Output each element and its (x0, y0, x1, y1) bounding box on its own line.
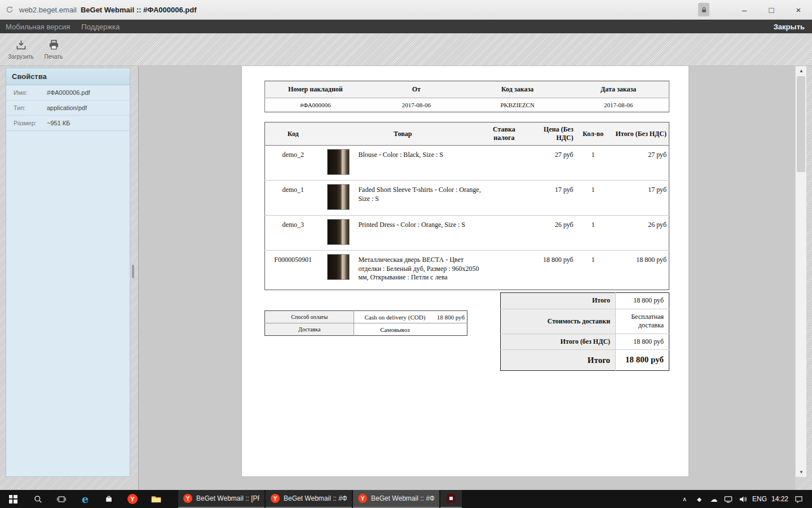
property-value: #ФА000006.pdf (47, 89, 90, 96)
tray-diamond-icon[interactable]: ◆ (692, 490, 707, 508)
system-tray: ∧ ◆ ☁ ENG 14:22 (677, 490, 812, 508)
misc-app-icon (447, 494, 456, 503)
meta-value-invoice-number: #ФА000006 (265, 98, 366, 112)
delivery-label: Доставка (265, 323, 354, 336)
item-tax (484, 181, 524, 216)
window-titlebar: web2.beget.email BeGet Webmail :: #ФА000… (0, 0, 812, 20)
item-total: 18 800 руб (611, 251, 669, 290)
yandex-browser-icon: Y (183, 494, 192, 503)
download-button[interactable]: Загрузить (5, 36, 37, 64)
order-meta-table: Номер накладной От Код заказа Дата заказ… (264, 81, 669, 112)
grand-total-row: Итого 18 800 руб (501, 350, 669, 371)
property-label: Имя: (6, 89, 47, 96)
meta-value-order-date: 2017-08-06 (568, 98, 669, 112)
minimize-button[interactable]: – (731, 0, 758, 19)
onedrive-cloud-icon[interactable]: ☁ (707, 490, 721, 508)
download-icon (15, 39, 27, 52)
close-window-button[interactable]: × (785, 0, 812, 19)
property-row-type: Тип: application/pdf (6, 100, 130, 116)
totals-value: 18 800 руб (616, 293, 669, 309)
taskbar-search-button[interactable] (26, 490, 50, 508)
volume-icon[interactable] (736, 490, 751, 508)
vertical-scrollbar[interactable]: ▲ ▼ (795, 66, 806, 477)
item-price: 17 руб (524, 181, 576, 216)
property-value: application/pdf (47, 104, 87, 111)
pdf-page: Номер накладной От Код заказа Дата заказ… (241, 66, 689, 477)
workspace: Свойства Имя: #ФА000006.pdf Тип: applica… (0, 66, 812, 490)
col-product: Товар (321, 122, 484, 146)
item-qty: 1 (576, 146, 611, 181)
meta-col: Дата заказа (568, 81, 669, 98)
grand-total-label: Итого (501, 350, 616, 371)
pdf-viewer: Номер накладной От Код заказа Дата заказ… (138, 66, 795, 490)
totals-row: Стоимость доставки Бесплатная доставка (501, 309, 669, 334)
panel-splitter[interactable] (132, 265, 134, 278)
print-icon (48, 39, 60, 52)
item-row: demo_2 Blouse - Color : Black, Size : S … (265, 146, 669, 181)
task-view-button[interactable] (50, 490, 73, 508)
titlebar-site: web2.beget.email (19, 6, 77, 14)
action-center-button[interactable] (791, 490, 806, 508)
delivery-amount (435, 323, 467, 336)
menu-mobile-version[interactable]: Мобильная версия (0, 23, 76, 31)
taskbar-app-button-3-active[interactable]: Y BeGet Webmail :: #Ф... (353, 490, 439, 508)
network-icon[interactable] (721, 490, 736, 508)
taskbar-app-button-1[interactable]: Y BeGet Webmail :: [PR... (178, 490, 264, 508)
search-icon (34, 495, 42, 503)
scrollbar-thumb[interactable] (797, 76, 805, 172)
language-indicator[interactable]: ENG (751, 490, 769, 508)
meta-col: От (366, 81, 467, 98)
property-row-size: Размер: ~951 КБ (6, 116, 130, 131)
windows-taskbar: e Y Y BeGet Webmail :: [PR... Y BeGet We… (0, 490, 812, 508)
taskbar-app-button-2[interactable]: Y BeGet Webmail :: #Ф... (266, 490, 352, 508)
payment-table: Способ оплаты Cash on delivery (COD) 18 … (264, 310, 467, 336)
tray-expand-button[interactable]: ∧ (677, 490, 692, 508)
item-qty: 1 (576, 251, 611, 290)
property-label: Размер: (6, 120, 47, 126)
scroll-down-button[interactable]: ▼ (796, 467, 807, 477)
file-explorer-icon[interactable] (144, 490, 168, 508)
scroll-up-button[interactable]: ▲ (796, 66, 807, 76)
print-button[interactable]: Печать (37, 36, 70, 64)
yandex-browser-icon[interactable]: Y (121, 490, 144, 508)
store-bag-icon (105, 495, 113, 503)
security-lock-badge[interactable] (698, 3, 709, 16)
col-code: Код (265, 122, 321, 146)
attachment-toolbar: Загрузить Печать (0, 33, 812, 66)
item-row: F0000050901 Металлическая дверь ВЕСТА - … (265, 251, 669, 290)
taskbar-app-button-4[interactable] (440, 490, 462, 508)
yandex-browser-icon: Y (271, 494, 280, 503)
item-tax (484, 216, 524, 251)
properties-panel: Свойства Имя: #ФА000006.pdf Тип: applica… (6, 68, 130, 477)
task-view-icon (57, 495, 66, 503)
payment-method-value: Cash on delivery (COD) (354, 311, 435, 323)
clock[interactable]: 14:22 (769, 490, 791, 508)
product-thumbnail (327, 149, 350, 175)
item-total: 17 руб (611, 181, 669, 216)
print-label: Печать (45, 54, 63, 60)
start-button[interactable] (0, 490, 26, 508)
download-label: Загрузить (8, 54, 34, 60)
edge-browser-icon[interactable]: e (73, 490, 97, 508)
lock-icon (701, 6, 707, 14)
item-name: Blouse - Color : Black, Size : S (356, 146, 484, 181)
items-header-row: Код Товар Ставка налога Цена (Без НДС) К… (265, 122, 669, 146)
product-thumbnail (327, 184, 350, 210)
yandex-browser-icon: Y (358, 494, 367, 503)
item-price: 26 руб (524, 216, 576, 251)
totals-value: 18 800 руб (616, 334, 669, 350)
maximize-button[interactable]: □ (758, 0, 785, 19)
menu-support[interactable]: Поддержка (76, 23, 125, 31)
col-price: Цена (Без НДС) (524, 122, 576, 146)
taskbar-app-label: BeGet Webmail :: #Ф... (284, 494, 347, 502)
item-code: demo_1 (265, 181, 321, 216)
refresh-icon[interactable] (6, 5, 15, 14)
item-name: Printed Dress - Color : Orange, Size : S (356, 216, 484, 251)
microsoft-store-icon[interactable] (97, 490, 121, 508)
col-tax: Ставка налога (484, 122, 524, 146)
close-viewer-button[interactable]: Закрыть (774, 23, 812, 31)
taskbar-app-label: BeGet Webmail :: [PR... (196, 494, 259, 502)
grand-total-value: 18 800 руб (616, 350, 669, 371)
col-total: Итого (Без НДС) (611, 122, 669, 146)
meta-value-order-code: PKBZIEZCN (467, 98, 568, 112)
